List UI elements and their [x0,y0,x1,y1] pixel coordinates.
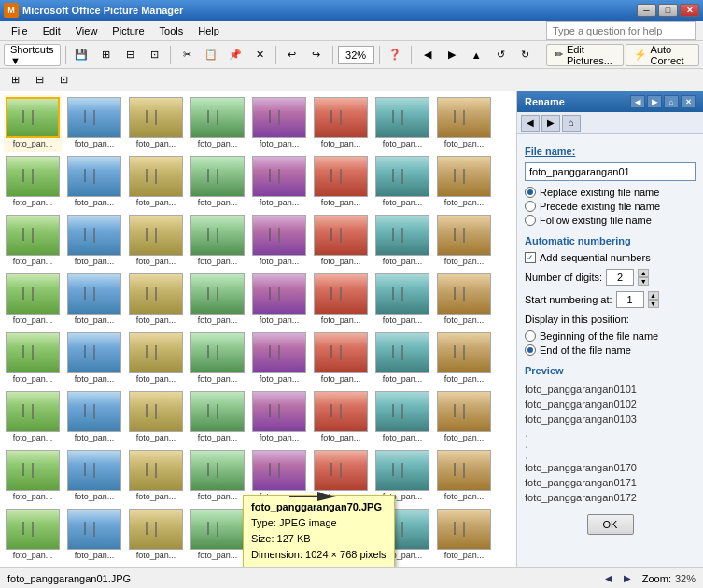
file-name-input[interactable] [525,162,696,181]
num-digits-input[interactable] [606,269,634,286]
auto-correct-button[interactable]: ⚡ Auto Correct [626,44,699,66]
cut-button[interactable]: ✂ [176,44,198,66]
photo-cell[interactable]: foto_pan... [65,272,123,329]
photo-cell[interactable]: foto_pan... [250,389,308,446]
photo-cell[interactable]: foto_pan... [4,507,62,564]
save-button[interactable]: 💾 [70,44,92,66]
photo-cell[interactable]: foto_pan... [435,272,493,329]
photo-cell[interactable]: foto_pan... [127,95,185,152]
num-digits-up[interactable]: ▲ [638,269,649,277]
photo-cell[interactable]: foto_pan... [189,95,246,152]
photo-cell[interactable]: foto_pan... [65,213,123,270]
photo-cell[interactable]: foto_pan... [4,448,62,505]
photo-cell[interactable]: foto_pan... [373,95,431,152]
photo-cell[interactable]: foto_pan... [127,389,185,446]
photo-cell[interactable]: foto_pan... [435,507,493,564]
photo-cell[interactable]: foto_pan... [4,389,62,446]
start-down[interactable]: ▼ [648,300,659,308]
photo-cell[interactable]: foto_pan... [4,213,62,270]
photo-cell[interactable]: foto_pan... [250,330,308,387]
radio-end[interactable]: End of the file name [525,344,696,356]
menu-file[interactable]: File [4,21,35,40]
num-digits-down[interactable]: ▼ [638,277,649,286]
start-up[interactable]: ▲ [648,291,659,300]
view-filmstrip-button[interactable]: ⊟ [119,44,141,66]
photo-cell[interactable]: foto_pan... [373,272,431,329]
photo-cell[interactable]: foto_pan... [373,330,431,387]
rp-back-btn[interactable]: ◀ [521,115,540,132]
photo-cell[interactable]: foto_pan... [435,213,493,270]
delete-button[interactable]: ✕ [248,44,271,66]
menu-view[interactable]: View [68,21,105,40]
photo-cell[interactable]: foto_pan... [250,272,308,329]
nav-right-button[interactable]: ▶ [441,44,463,66]
photo-cell[interactable]: foto_pan... [127,507,185,564]
radio-replace[interactable]: Replace existing file name [525,187,696,198]
undo-button[interactable]: ↩ [281,44,303,66]
photo-cell[interactable]: foto_pan... [435,95,493,152]
minimize-button[interactable]: ─ [637,4,656,17]
photo-cell[interactable]: foto_pan... [65,389,123,446]
photo-cell[interactable]: foto_pan... [373,154,431,211]
photo-cell[interactable]: foto_pan... [189,330,246,387]
menu-edit[interactable]: Edit [35,21,68,40]
photo-cell[interactable]: foto_pan... [312,95,370,152]
add-sequential-checkbox[interactable]: Add sequential numbers [525,252,696,263]
view-single-button[interactable]: ⊡ [143,44,165,66]
medium-thumbnails-btn[interactable]: ⊟ [28,69,50,91]
help-input[interactable] [546,21,696,40]
paste-button[interactable]: 📌 [224,44,246,66]
photo-cell[interactable]: foto_pan... [250,213,308,270]
photo-cell[interactable]: foto_pan... [189,389,246,446]
photo-cell[interactable]: foto_pan... [127,448,185,505]
view-thumbnails-button[interactable]: ⊞ [94,44,117,66]
help-button[interactable]: ❓ [384,44,406,66]
large-thumbnails-btn[interactable]: ⊡ [52,69,75,91]
rename-back-button[interactable]: ◀ [630,95,645,108]
photo-cell[interactable]: foto_pan... [250,154,308,211]
zoom-display[interactable]: 32% [338,46,374,64]
status-prev-button[interactable]: ◀ [601,571,616,586]
menu-picture[interactable]: Picture [105,21,151,40]
photo-cell[interactable]: foto_pan... [435,389,493,446]
small-thumbnails-btn[interactable]: ⊞ [4,69,26,91]
photo-cell[interactable]: foto_pan... [435,154,493,211]
photo-cell[interactable]: foto_pan... [435,330,493,387]
rp-home-btn[interactable]: ⌂ [562,115,581,132]
photo-cell[interactable]: foto_pan... [127,154,185,211]
photo-cell[interactable]: foto_pan... [312,154,370,211]
radio-follow[interactable]: Follow existing file name [525,215,696,226]
rename-close-button[interactable]: ✕ [681,95,696,108]
photo-cell[interactable]: foto_pan... [65,448,123,505]
photo-cell[interactable]: foto_pan... [4,95,62,152]
photo-cell[interactable]: foto_pan... [373,213,431,270]
photo-cell[interactable]: foto_pan... [312,213,370,270]
rename-home-button[interactable]: ⌂ [664,95,679,108]
photo-cell[interactable]: foto_pan... [189,448,246,505]
photo-cell[interactable]: foto_pan... [65,330,123,387]
rp-forward-btn[interactable]: ▶ [541,115,560,132]
photo-cell[interactable]: foto_pan... [189,154,246,211]
nav-up-button[interactable]: ▲ [465,44,487,66]
menu-tools[interactable]: Tools [152,21,191,40]
photo-cell[interactable]: foto_pan... [312,272,370,329]
photo-cell[interactable]: foto_pan... [127,330,185,387]
photo-cell[interactable]: foto_pan... [127,272,185,329]
photo-cell[interactable]: foto_pan... [65,95,123,152]
photo-cell[interactable]: foto_pan... [4,330,62,387]
photo-cell[interactable]: foto_pan... [189,507,246,564]
rotate-right-button[interactable]: ↻ [513,44,536,66]
photo-cell[interactable]: foto_pan... [373,389,431,446]
photo-cell[interactable]: foto_pan... [435,448,493,505]
photo-cell[interactable]: foto_pan... [312,330,370,387]
photo-cell[interactable]: foto_pan... [4,154,62,211]
start-number-input[interactable] [616,291,644,308]
photo-cell[interactable]: foto_pan... [65,154,123,211]
close-button[interactable]: ✕ [680,4,699,17]
edit-pictures-button[interactable]: ✏ Edit Pictures... [546,44,624,66]
rename-forward-button[interactable]: ▶ [647,95,662,108]
photo-cell[interactable]: foto_pan... [4,272,62,329]
copy-button[interactable]: 📋 [200,44,222,66]
ok-button[interactable]: OK [587,514,634,535]
photo-cell[interactable]: foto_pan... [189,272,246,329]
